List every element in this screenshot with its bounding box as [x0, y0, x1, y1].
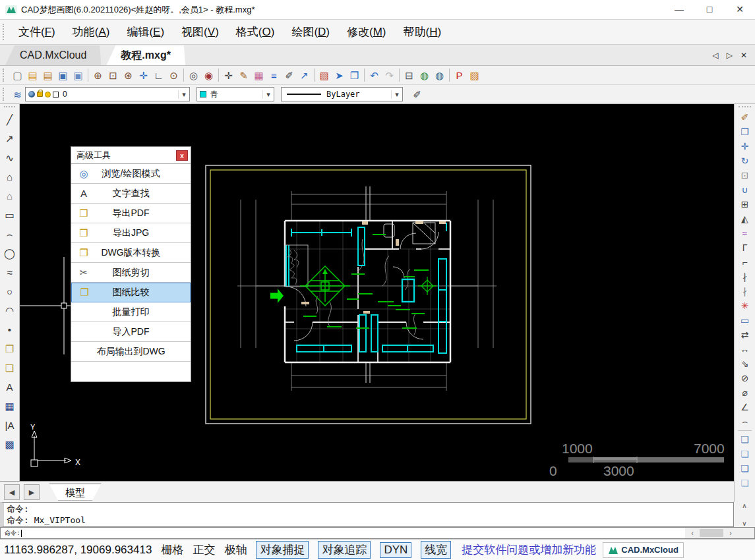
draw-pen-icon[interactable]: ✎ [236, 68, 251, 83]
web-publish-icon[interactable]: ◍ [432, 68, 447, 83]
zoom-in-icon[interactable]: ⊕ [90, 68, 106, 83]
boundary-icon[interactable]: ▭ [737, 313, 753, 327]
layer-manager-icon[interactable]: ≋ [10, 87, 25, 102]
point-icon[interactable]: • [2, 320, 18, 339]
layer-colors-icon[interactable]: ≡ [266, 68, 282, 83]
open-folder-icon[interactable]: ▤ [25, 68, 40, 83]
command-history[interactable]: 命令: 命令: Mx_VIPTool [0, 502, 734, 527]
tab-next-icon[interactable]: ▷ [723, 51, 737, 60]
select-brush-icon[interactable]: ➤ [332, 68, 347, 83]
scroll-down-icon[interactable]: ∨ [742, 520, 746, 527]
export-image-icon[interactable]: ▨ [467, 68, 482, 83]
minimize-button[interactable]: — [664, 0, 694, 19]
fillet-icon[interactable]: ⌐ [737, 255, 753, 269]
draworder-below-icon[interactable]: ❏ [737, 476, 753, 490]
named-view-icon[interactable]: ◎ [186, 68, 201, 83]
command-scrollbar[interactable]: ∧ ∨ [734, 502, 755, 527]
text-icon[interactable]: A [2, 378, 18, 397]
menu-draw[interactable]: 绘图(D) [283, 22, 338, 42]
mirror-icon[interactable]: ◭ [737, 211, 753, 226]
dim-aligned-icon[interactable]: ⇘ [737, 356, 753, 371]
line-icon[interactable]: ╱ [2, 110, 18, 129]
web-sync-icon[interactable]: ◍ [417, 68, 432, 83]
toggle-ortho[interactable]: 正交 [193, 542, 215, 557]
menu-modify[interactable]: 修改(M) [338, 22, 395, 42]
chevron-down-icon[interactable]: ▾ [262, 90, 274, 99]
menu-edit[interactable]: 编辑(E) [118, 22, 173, 42]
linewidth-brush-icon[interactable]: ✐ [409, 87, 425, 102]
menu-help[interactable]: 帮助(H) [395, 22, 450, 42]
toggle-osnap[interactable]: 对象捕捉 [256, 541, 309, 559]
zoom-extents-icon[interactable]: ⊛ [121, 68, 136, 83]
panel-item-layout-to-dwg[interactable]: 布局输出到DWG [71, 342, 191, 362]
menu-format[interactable]: 格式(O) [227, 22, 284, 42]
panel-item-dwg-version-convert[interactable]: ❐DWG版本转换 [71, 243, 191, 263]
save-icon[interactable]: ▣ [55, 68, 71, 83]
polygon-icon[interactable]: ⌂ [2, 167, 18, 186]
pan-icon[interactable]: ✛ [136, 68, 151, 83]
save-view-icon[interactable]: ❐ [347, 68, 362, 83]
chevron-down-icon[interactable]: ▾ [391, 90, 402, 99]
undo-icon[interactable]: ↶ [367, 68, 382, 83]
toggle-otrack[interactable]: 对象追踪 [318, 541, 371, 559]
menu-function[interactable]: 功能(A) [64, 22, 119, 42]
panel-item-sheet-clip[interactable]: ✂图纸剪切 [71, 263, 191, 283]
rotate-icon[interactable]: ↻ [737, 154, 753, 168]
export-pdf-icon[interactable]: P [452, 68, 467, 83]
open-drawing-icon[interactable]: ▤ [40, 68, 55, 83]
zoom-window-icon[interactable]: ⊡ [106, 68, 121, 83]
dim-radius-icon[interactable]: ⊘ [737, 371, 753, 385]
arc-icon[interactable]: ⌢ [2, 225, 18, 244]
toggle-dyn[interactable]: DYN [380, 542, 411, 558]
toggle-grid[interactable]: 栅格 [161, 542, 183, 557]
close-button[interactable]: ✕ [725, 0, 755, 19]
break-icon[interactable]: ∤ [737, 269, 753, 284]
doc-tab-tutorial[interactable]: 教程.mxg* [106, 45, 185, 65]
command-input[interactable]: 命令: ‹ › [0, 527, 755, 539]
redo-icon[interactable]: ↷ [382, 68, 397, 83]
break-at-point-icon[interactable]: ∤ [737, 284, 753, 298]
ellipse-arc-icon[interactable]: ◠ [2, 301, 18, 320]
create-block-icon[interactable]: ❑ [2, 358, 18, 378]
stretch-icon[interactable]: ⇄ [737, 327, 753, 342]
construction-line-icon[interactable]: ↗ [2, 129, 18, 148]
image-edit-icon[interactable]: ▧ [317, 68, 332, 83]
horizontal-scrollbar[interactable]: ‹ › [685, 528, 754, 538]
export-view-icon[interactable]: ↗ [297, 68, 312, 83]
insert-block-icon[interactable]: ❐ [2, 339, 18, 358]
panel-item-browse-draw-mode[interactable]: ◎浏览/绘图模式 [71, 164, 191, 184]
select-window-icon[interactable]: ⊡ [737, 168, 753, 182]
ellipse-icon[interactable]: ○ [2, 282, 18, 301]
advanced-tools-titlebar[interactable]: 高级工具 x [71, 147, 191, 164]
polyline-edit-icon[interactable]: ≈ [737, 226, 753, 240]
offset-icon[interactable]: ∪ [737, 182, 753, 197]
panel-item-export-pdf[interactable]: ❒导出PDF [71, 204, 191, 223]
panel-item-sheet-compare[interactable]: ❐图纸比较 [71, 283, 191, 302]
panel-item-export-jpg[interactable]: ❒导出JPG [71, 223, 191, 243]
layer-select[interactable]: 0 ▾ [25, 87, 190, 101]
table-icon[interactable]: ▦ [2, 397, 18, 416]
new-file-icon[interactable]: ▢ [10, 68, 25, 83]
sheet-tab-model[interactable]: 模型 [49, 484, 102, 501]
draworder-back-icon[interactable]: ❏ [737, 447, 753, 461]
hatch-icon[interactable]: ▩ [2, 435, 18, 454]
array-icon[interactable]: ⊞ [737, 197, 753, 211]
sheet-next-button[interactable]: ▶ [24, 484, 40, 500]
chevron-down-icon[interactable]: ▾ [178, 90, 189, 99]
print-icon[interactable]: ⊟ [402, 68, 417, 83]
scroll-left-icon[interactable]: ‹ [685, 530, 700, 537]
scroll-up-icon[interactable]: ∧ [742, 502, 746, 509]
dim-angular-icon[interactable]: ∠ [737, 400, 753, 414]
panel-item-batch-print[interactable]: 批量打印 [71, 302, 191, 322]
scrollbar-thumb[interactable] [700, 529, 723, 537]
draworder-above-icon[interactable]: ❏ [737, 461, 753, 476]
move-view-icon[interactable]: ✛ [221, 68, 236, 83]
move-icon[interactable]: ✛ [737, 139, 753, 154]
toggle-polar[interactable]: 极轴 [224, 542, 247, 557]
explode-icon[interactable]: ✳ [737, 298, 753, 313]
chamfer-icon[interactable]: Γ [737, 240, 753, 255]
tab-close-icon[interactable]: ✕ [737, 51, 751, 60]
copy-icon[interactable]: ❐ [737, 125, 753, 139]
brand-badge[interactable]: CAD.MxCloud [603, 542, 684, 558]
doc-tab-cloud[interactable]: CAD.MxCloud [5, 45, 101, 65]
